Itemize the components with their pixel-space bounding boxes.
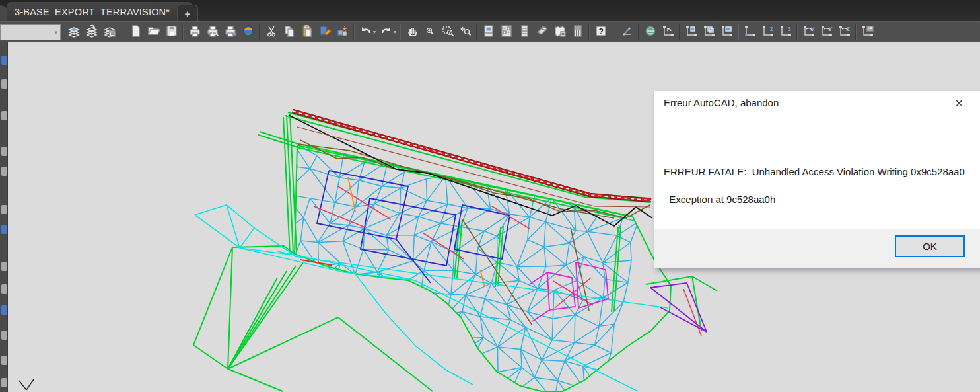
ucs-origin-icon [743,24,757,41]
quick-calc-icon [571,24,585,41]
block-editor-icon [335,24,350,41]
partial-toolbar-icon[interactable] [1,205,7,214]
toolbar-button-quick-calc[interactable] [569,23,586,42]
toolbar-button-pan[interactable] [403,23,421,42]
dialog-message-line1: ERREUR FATALE: Unhandled Access Violatio… [664,166,965,177]
toolbar-button-tool-palettes[interactable] [515,23,533,42]
toolbar-button-redo[interactable] [377,23,395,42]
toolbar-button-print-preview[interactable] [203,23,221,42]
toolbar-button-external-references[interactable] [551,23,569,42]
toolbar-button-ucs-rotate-y[interactable]: Y [818,23,835,42]
toolbar-button-design-center[interactable] [497,23,515,42]
toolbar-grip-handle[interactable] [120,24,125,40]
save-file-icon [164,24,179,41]
partial-toolbar-icon[interactable] [1,111,7,120]
toolbar-button-paste[interactable] [298,23,316,42]
svg-text:Z: Z [847,26,850,32]
document-tab-label: 3-BASE_EXPORT_TERRAVISION* [15,7,170,17]
partial-toolbar-icon[interactable] [1,167,7,176]
toolbar-button-zoom-previous[interactable] [456,23,474,42]
ucs-object-icon [702,24,717,41]
toolbar-button-print[interactable] [186,23,203,42]
tool-palettes-icon [517,24,532,41]
dialog-close-icon[interactable]: ✕ [952,96,966,111]
toolbar-button-open-file[interactable] [145,23,162,42]
toolbar-button-save-file[interactable] [162,23,180,42]
toolbar-button-ucs-origin[interactable] [741,23,759,42]
new-tab-button[interactable]: + [177,5,198,21]
toolbar-button-copy[interactable] [280,23,298,42]
toolbar-button-ucs-named[interactable] [858,23,876,42]
toolbar-button-layer-previous[interactable] [83,23,100,42]
toolbar-button-plot[interactable] [221,23,239,42]
toolbar-button-ucs-world[interactable] [641,23,659,42]
toolbar-button-zoom-window[interactable] [438,23,456,42]
publish-sphere-icon [241,24,256,41]
toolbar-button-sheet-set-manager[interactable] [533,23,551,42]
toolbar-separator [588,24,590,40]
copy-icon [282,24,297,41]
partial-toolbar-icon[interactable] [1,378,7,387]
plus-icon: + [185,8,191,19]
dialog-message: ERREUR FATALE: Unhandled Access Violatio… [664,165,965,206]
toolbar-button-new-file[interactable] [127,23,145,42]
toolbar-button-ucs-object[interactable] [700,23,718,42]
toolbar-separator [855,24,857,40]
partial-toolbar-icon[interactable] [1,356,7,365]
svg-text:?: ? [598,26,603,36]
toolbar-button-cut[interactable] [262,23,280,42]
toolbar-button-ucs-zaxis[interactable]: Z [759,23,777,42]
partial-toolbar-icon[interactable] [1,284,7,294]
partial-toolbar-icon[interactable] [1,56,7,65]
partial-toolbar-icon[interactable] [1,331,7,340]
toolbar-button-help[interactable]: ? [592,23,610,42]
sheet-set-manager-icon [535,24,549,41]
svg-text:Z: Z [770,26,773,32]
redo-dropdown-caret[interactable]: ▾ [394,29,396,35]
toolbar-button-properties-palette[interactable] [479,23,497,42]
ucs-3point-icon: 3 [779,24,793,41]
toolbar-button-block-editor[interactable] [333,23,351,42]
layer-dropdown[interactable]: ▾ [0,24,61,40]
toolbar-button-ucs-face[interactable] [682,23,700,42]
svg-text:X: X [811,26,815,32]
toolbar-button-ucs-3point[interactable]: 3 [777,23,794,42]
layer-previous-icon [85,24,99,41]
toolbar-button-match-properties[interactable] [316,23,333,42]
toolbar-button-publish-sphere[interactable] [239,23,257,42]
toolbar-button-layer-states[interactable] [100,23,118,42]
svg-text:3: 3 [788,26,791,32]
zoom-previous-icon [458,24,473,41]
partial-toolbar-icon[interactable] [1,262,7,271]
toolbar-button-undo[interactable] [357,23,374,42]
toolbar-grip-handle[interactable] [612,24,616,40]
partial-toolbar-icon[interactable] [1,225,7,234]
toolbar-separator [259,24,260,40]
ucs-icon [620,24,635,41]
zoom-window-icon [440,24,455,41]
partial-toolbar-icon[interactable] [1,147,7,156]
partial-toolbar-icon[interactable] [1,79,7,89]
toolbar-separator [638,24,639,40]
toolbar-button-zoom-realtime[interactable] [421,23,438,42]
file-tab-bar: 3-BASE_EXPORT_TERRAVISION* ✕ + [0,0,980,21]
document-tab[interactable]: 3-BASE_EXPORT_TERRAVISION* ✕ [7,2,193,21]
toolbar-button-ucs-view[interactable] [718,23,736,42]
toolbar-separator [400,24,401,40]
toolbar-button-ucs-previous[interactable] [659,23,677,42]
match-properties-icon [318,24,332,41]
toolbar-separator [738,24,739,40]
left-vertical-toolbar-partial[interactable] [0,42,8,392]
partial-toolbar-icon[interactable] [1,305,7,315]
ucs-named-icon [860,24,875,41]
ok-button[interactable]: OK [895,235,965,257]
dialog-message-line2: Exception at 9c528aa0h [669,194,775,205]
toolbar-button-ucs[interactable] [618,23,636,42]
toolbar-button-ucs-rotate-x[interactable]: X [800,23,818,42]
undo-dropdown-caret[interactable]: ▾ [373,29,376,35]
pan-icon [405,24,419,41]
toolbar-button-ucs-rotate-z[interactable]: Z [835,23,853,42]
redo-icon [379,24,394,41]
toolbar-button-layer-properties[interactable] [65,23,83,42]
plot-icon [223,24,238,41]
